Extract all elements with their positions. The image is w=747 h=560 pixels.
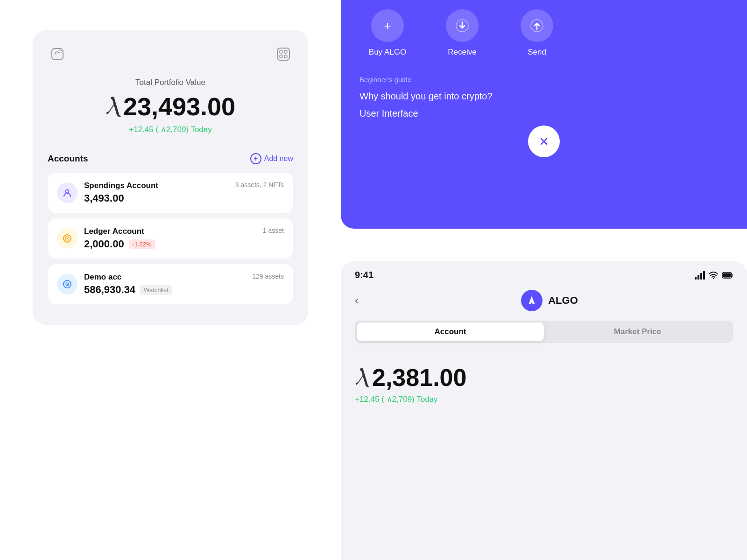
action-buttons-row: + Buy ALGO Receive Send <box>341 0 747 71</box>
account-info-spendings: Spendings Account 3 assets, 2 NFTs 3,493… <box>84 181 284 204</box>
svg-rect-6 <box>280 55 282 58</box>
svg-point-17 <box>713 278 714 279</box>
accounts-header: Accounts + Add new <box>48 153 293 164</box>
svg-point-14 <box>67 284 68 285</box>
receive-icon <box>446 9 479 42</box>
algo-coin-icon <box>521 290 543 311</box>
guide-item-ui[interactable]: User Interface <box>359 108 728 119</box>
portfolio-section: Total Portfolio Value Ⲗ 23,493.00 +12.45… <box>48 78 293 134</box>
add-new-button[interactable]: + Add new <box>250 153 293 164</box>
account-card-demo[interactable]: Demo acc 129 assets 586,930.34 Watchlist <box>48 264 293 304</box>
account-icon-demo <box>57 274 78 294</box>
panel-header <box>48 44 293 64</box>
account-balance-ledger: 2,000.00 <box>84 238 124 250</box>
account-icon-spendings <box>57 182 78 203</box>
account-name-demo: Demo acc <box>84 273 121 282</box>
layout-icon[interactable] <box>274 44 293 64</box>
add-new-label: Add new <box>264 154 293 163</box>
svg-rect-4 <box>280 50 282 53</box>
wifi-icon <box>709 272 718 279</box>
account-info-ledger: Ledger Account 1 asset 2,000.00 -1.22% <box>84 227 284 250</box>
left-portfolio-panel: Total Portfolio Value Ⲗ 23,493.00 +12.45… <box>33 30 308 325</box>
send-label: Send <box>528 48 546 57</box>
account-badge-demo: Watchlist <box>140 285 172 295</box>
account-name-ledger: Ledger Account <box>84 227 144 236</box>
accounts-title: Accounts <box>48 154 88 164</box>
send-button[interactable]: Send <box>504 9 570 57</box>
beginner-guide-label: Beginner's guide <box>359 76 728 84</box>
buy-algo-label: Buy ALGO <box>369 48 406 57</box>
svg-rect-5 <box>284 50 287 53</box>
send-icon <box>521 9 553 42</box>
right-phone-panel: 9:41 ‹ <box>341 261 747 560</box>
svg-rect-19 <box>723 273 731 277</box>
phone-algo-symbol: Ⲗ <box>355 366 368 390</box>
phone-balance-value: Ⲗ 2,381.00 <box>355 364 733 392</box>
phone-status-bar: 9:41 <box>341 261 747 285</box>
svg-rect-7 <box>284 55 287 58</box>
account-assets-demo: 129 assets <box>252 273 284 280</box>
buy-algo-icon: + <box>371 9 404 42</box>
account-balance-spendings: 3,493.00 <box>84 192 124 204</box>
portfolio-change: +12.45 ( ∧2,709) Today <box>48 125 293 134</box>
svg-point-2 <box>59 49 63 53</box>
beginner-guide-section: Beginner's guide Why should you get into… <box>341 71 747 167</box>
algo-header: ALGO <box>366 290 733 311</box>
account-info-demo: Demo acc 129 assets 586,930.34 Watchlist <box>84 273 284 296</box>
receive-label: Receive <box>448 48 476 57</box>
portfolio-label: Total Portfolio Value <box>48 78 293 87</box>
phone-balance-change: +12.45 ( ∧2,709) Today <box>355 394 733 404</box>
receive-button[interactable]: Receive <box>430 9 495 57</box>
portfolio-value: Ⲗ 23,493.00 <box>48 92 293 121</box>
algo-name-label: ALGO <box>548 294 578 307</box>
svg-point-11 <box>67 238 68 239</box>
guide-item-crypto[interactable]: Why should you get into crypto? <box>359 91 728 102</box>
account-icon-ledger <box>57 228 78 249</box>
refresh-icon[interactable] <box>48 44 67 64</box>
battery-icon <box>722 271 733 280</box>
status-time: 9:41 <box>355 270 374 280</box>
account-assets-ledger: 1 asset <box>263 227 284 234</box>
account-card-spendings[interactable]: Spendings Account 3 assets, 2 NFTs 3,493… <box>48 173 293 213</box>
account-balance-demo: 586,930.34 <box>84 284 135 296</box>
account-badge-ledger: -1.22% <box>129 239 155 249</box>
svg-point-8 <box>66 190 69 193</box>
tab-market-price[interactable]: Market Price <box>544 322 731 341</box>
close-button[interactable] <box>528 126 560 157</box>
phone-nav: ‹ ALGO <box>341 285 747 321</box>
status-icons <box>695 271 733 280</box>
back-button[interactable]: ‹ <box>355 294 359 307</box>
tab-bar: Account Market Price <box>355 321 733 343</box>
algo-symbol: Ⲗ <box>106 94 120 119</box>
signal-bars-icon <box>695 271 705 280</box>
phone-balance-section: Ⲗ 2,381.00 +12.45 ( ∧2,709) Today <box>341 354 747 404</box>
phone-balance-amount: 2,381.00 <box>372 364 466 392</box>
tab-account[interactable]: Account <box>357 322 544 341</box>
portfolio-amount: 23,493.00 <box>123 92 235 121</box>
account-card-ledger[interactable]: Ledger Account 1 asset 2,000.00 -1.22% <box>48 218 293 259</box>
account-assets-spendings: 3 assets, 2 NFTs <box>235 181 284 189</box>
right-purple-panel: + Buy ALGO Receive Send Beginner's gui <box>341 0 747 229</box>
buy-algo-button[interactable]: + Buy ALGO <box>355 9 420 57</box>
svg-rect-3 <box>277 48 289 60</box>
plus-circle-icon: + <box>250 153 261 164</box>
account-name-spendings: Spendings Account <box>84 181 158 190</box>
